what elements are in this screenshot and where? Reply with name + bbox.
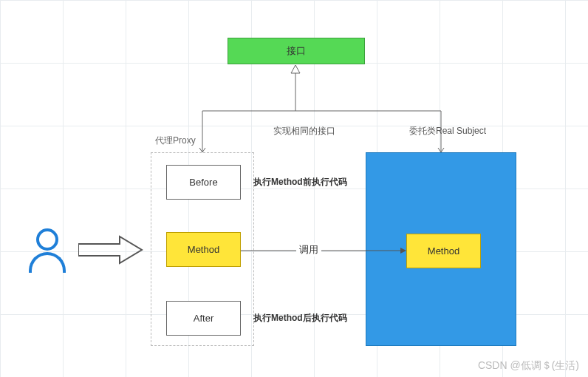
delegate-label: 委托类Real Subject bbox=[409, 125, 486, 137]
after-desc: 执行Method后执行代码 bbox=[253, 312, 347, 325]
proxy-method-box: Method bbox=[166, 232, 241, 267]
before-label-text: Before bbox=[189, 177, 217, 188]
before-box: Before bbox=[166, 165, 241, 200]
proxy-method-label: Method bbox=[188, 244, 219, 255]
svg-marker-4 bbox=[291, 65, 300, 73]
proxy-title: 代理Proxy bbox=[155, 135, 196, 147]
after-label-text: After bbox=[194, 313, 213, 324]
implements-label: 实现相同的接口 bbox=[273, 125, 335, 137]
subject-method-box: Method bbox=[406, 234, 481, 268]
interface-box: 接口 bbox=[228, 38, 365, 64]
svg-marker-7 bbox=[78, 237, 142, 263]
call-label: 调用 bbox=[296, 243, 321, 257]
user-icon bbox=[25, 228, 69, 280]
user-to-proxy-arrow bbox=[78, 235, 143, 265]
watermark: CSDN @低调＄(生活) bbox=[478, 359, 579, 373]
after-box: After bbox=[166, 301, 241, 336]
before-desc: 执行Method前执行代码 bbox=[253, 176, 347, 188]
subject-method-label: Method bbox=[428, 245, 459, 257]
interface-label: 接口 bbox=[287, 44, 306, 58]
